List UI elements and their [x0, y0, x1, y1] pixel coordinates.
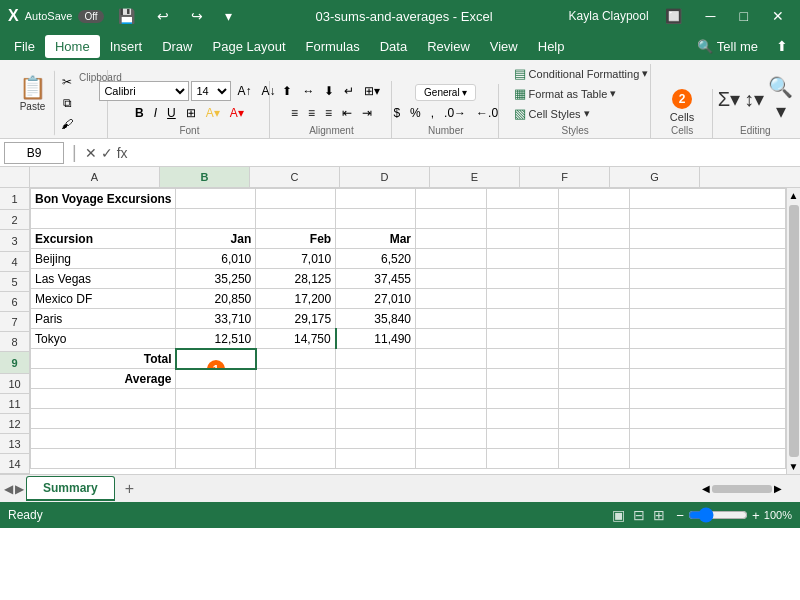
- cell-c3[interactable]: Feb: [256, 229, 336, 249]
- increase-font-button[interactable]: A↑: [233, 81, 255, 101]
- col-header-f[interactable]: F: [520, 167, 610, 187]
- cell-a5[interactable]: Las Vegas: [31, 269, 176, 289]
- menu-file[interactable]: File: [4, 35, 45, 58]
- cell-f6[interactable]: [487, 289, 558, 309]
- cell-c10[interactable]: [256, 369, 336, 389]
- menu-review[interactable]: Review: [417, 35, 480, 58]
- cell-b14[interactable]: [176, 449, 256, 469]
- cell-rest3[interactable]: [629, 229, 785, 249]
- cell-styles-button[interactable]: ▧ Cell Styles ▾: [507, 104, 656, 123]
- row-num-8[interactable]: 8: [0, 332, 29, 352]
- cell-d11[interactable]: [336, 389, 416, 409]
- align-bottom-button[interactable]: ⬇: [320, 81, 338, 101]
- cell-reference-box[interactable]: B9: [4, 142, 64, 164]
- menu-data[interactable]: Data: [370, 35, 417, 58]
- conditional-formatting-button[interactable]: ▤ Conditional Formatting ▾: [507, 64, 656, 83]
- cell-c1[interactable]: [256, 189, 336, 209]
- cell-f1[interactable]: [487, 189, 558, 209]
- cell-d5[interactable]: 37,455: [336, 269, 416, 289]
- cell-rest6[interactable]: [629, 289, 785, 309]
- cell-f7[interactable]: [487, 309, 558, 329]
- zoom-in-button[interactable]: +: [752, 508, 760, 523]
- cell-b13[interactable]: [176, 429, 256, 449]
- align-left-button[interactable]: ≡: [287, 103, 302, 123]
- comma-button[interactable]: ,: [427, 103, 438, 123]
- cell-d7[interactable]: 35,840: [336, 309, 416, 329]
- cell-d9[interactable]: [336, 349, 416, 369]
- row-num-13[interactable]: 13: [0, 434, 29, 454]
- cell-rest13[interactable]: [629, 429, 785, 449]
- menu-formulas[interactable]: Formulas: [296, 35, 370, 58]
- cell-e12[interactable]: [416, 409, 487, 429]
- format-painter-button[interactable]: 🖌: [57, 114, 77, 134]
- row-num-7[interactable]: 7: [0, 312, 29, 332]
- merge-button[interactable]: ⊞▾: [360, 81, 384, 101]
- quick-access-button[interactable]: ▾: [217, 4, 240, 28]
- cancel-formula-button[interactable]: ✕: [85, 145, 97, 161]
- cell-d8[interactable]: 11,490: [336, 329, 416, 349]
- italic-button[interactable]: I: [150, 103, 161, 123]
- cell-rest11[interactable]: [629, 389, 785, 409]
- cell-f14[interactable]: [487, 449, 558, 469]
- cell-e3[interactable]: [416, 229, 487, 249]
- cell-b12[interactable]: [176, 409, 256, 429]
- cell-g11[interactable]: [558, 389, 629, 409]
- cell-e9[interactable]: [416, 349, 487, 369]
- cell-b9[interactable]: 1: [176, 349, 256, 369]
- cell-d3[interactable]: Mar: [336, 229, 416, 249]
- cell-rest9[interactable]: [629, 349, 785, 369]
- insert-function-button[interactable]: fx: [117, 145, 128, 161]
- cell-f13[interactable]: [487, 429, 558, 449]
- page-layout-view-button[interactable]: ⊟: [630, 506, 648, 524]
- cell-c14[interactable]: [256, 449, 336, 469]
- menu-page-layout[interactable]: Page Layout: [203, 35, 296, 58]
- bold-button[interactable]: B: [131, 103, 148, 123]
- cell-g9[interactable]: [558, 349, 629, 369]
- cell-b3[interactable]: Jan: [176, 229, 256, 249]
- font-family-select[interactable]: Calibri: [99, 81, 189, 101]
- col-header-a[interactable]: A: [30, 167, 160, 187]
- cell-c8[interactable]: 14,750: [256, 329, 336, 349]
- cell-d6[interactable]: 27,010: [336, 289, 416, 309]
- prev-sheet-button[interactable]: ◀: [4, 482, 13, 496]
- cell-d13[interactable]: [336, 429, 416, 449]
- redo-button[interactable]: ↪: [183, 4, 211, 28]
- cell-g2[interactable]: [558, 209, 629, 229]
- cell-c9[interactable]: [256, 349, 336, 369]
- cell-a8[interactable]: Tokyo: [31, 329, 176, 349]
- ribbon-display-button[interactable]: 🔲: [657, 4, 690, 28]
- cell-f5[interactable]: [487, 269, 558, 289]
- cell-g3[interactable]: [558, 229, 629, 249]
- next-sheet-button[interactable]: ▶: [15, 482, 24, 496]
- cell-a7[interactable]: Paris: [31, 309, 176, 329]
- h-scroll-right-button[interactable]: ▶: [774, 483, 782, 494]
- cell-g14[interactable]: [558, 449, 629, 469]
- cell-d1[interactable]: [336, 189, 416, 209]
- cell-e13[interactable]: [416, 429, 487, 449]
- close-button[interactable]: ✕: [764, 4, 792, 28]
- cell-a11[interactable]: [31, 389, 176, 409]
- indent-decrease-button[interactable]: ⇤: [338, 103, 356, 123]
- cell-e8[interactable]: [416, 329, 487, 349]
- cell-rest8[interactable]: [629, 329, 785, 349]
- row-num-14[interactable]: 14: [0, 454, 29, 474]
- cell-f3[interactable]: [487, 229, 558, 249]
- fill-color-button[interactable]: A▾: [202, 103, 224, 123]
- cell-a13[interactable]: [31, 429, 176, 449]
- cell-a1[interactable]: Bon Voyage Excursions: [31, 189, 176, 209]
- decrease-decimal-button[interactable]: ←.0: [472, 103, 502, 123]
- cell-e14[interactable]: [416, 449, 487, 469]
- cell-b7[interactable]: 33,710: [176, 309, 256, 329]
- cell-g12[interactable]: [558, 409, 629, 429]
- formula-input[interactable]: [132, 144, 796, 162]
- cell-f10[interactable]: [487, 369, 558, 389]
- cell-g5[interactable]: [558, 269, 629, 289]
- page-break-view-button[interactable]: ⊞: [650, 506, 668, 524]
- indent-increase-button[interactable]: ⇥: [358, 103, 376, 123]
- cell-f11[interactable]: [487, 389, 558, 409]
- zoom-slider[interactable]: [688, 507, 748, 523]
- font-size-select[interactable]: 14: [191, 81, 231, 101]
- wrap-text-button[interactable]: ↵: [340, 81, 358, 101]
- cell-f4[interactable]: [487, 249, 558, 269]
- cell-g8[interactable]: [558, 329, 629, 349]
